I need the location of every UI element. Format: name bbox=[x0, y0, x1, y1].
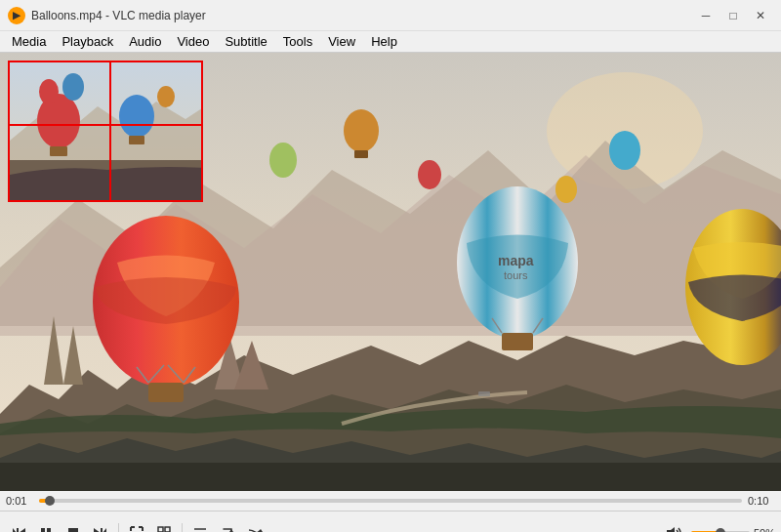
menu-playback[interactable]: Playback bbox=[54, 31, 121, 52]
menu-media[interactable]: Media bbox=[4, 31, 54, 52]
app-icon: ▶ bbox=[8, 7, 25, 24]
stop-icon bbox=[65, 525, 81, 533]
svg-rect-5 bbox=[148, 383, 184, 402]
loop-button[interactable] bbox=[215, 520, 240, 533]
preview-divider-horizontal bbox=[10, 124, 201, 126]
fullscreen-button[interactable] bbox=[124, 520, 149, 533]
separator-2 bbox=[182, 523, 183, 533]
svg-rect-3 bbox=[478, 391, 490, 396]
svg-point-23 bbox=[269, 143, 297, 178]
svg-rect-2 bbox=[0, 463, 781, 491]
svg-point-24 bbox=[418, 160, 441, 189]
video-area[interactable]: mapa tours bbox=[0, 53, 781, 491]
skip-fwd-button[interactable] bbox=[88, 520, 113, 533]
progress-area[interactable]: 0:01 0:10 bbox=[0, 491, 781, 511]
svg-rect-39 bbox=[47, 528, 51, 533]
stop-button[interactable] bbox=[61, 520, 86, 533]
separator-1 bbox=[118, 523, 119, 533]
menu-view[interactable]: View bbox=[320, 31, 363, 52]
menu-tools[interactable]: Tools bbox=[275, 31, 320, 52]
volume-area: 50% bbox=[662, 520, 775, 533]
window-controls: ─ □ ✕ bbox=[693, 6, 773, 25]
svg-rect-13 bbox=[502, 333, 533, 350]
menu-audio[interactable]: Audio bbox=[121, 31, 169, 52]
svg-rect-33 bbox=[50, 146, 67, 156]
svg-text:mapa: mapa bbox=[498, 253, 534, 268]
svg-rect-38 bbox=[41, 528, 45, 533]
loop-icon bbox=[220, 525, 235, 533]
svg-rect-42 bbox=[101, 528, 103, 533]
window-title: Balloons.mp4 - VLC media player bbox=[31, 9, 693, 22]
svg-point-25 bbox=[609, 131, 640, 170]
preview-divider-vertical bbox=[109, 62, 111, 200]
controls-bar: 50% bbox=[0, 511, 781, 532]
svg-text:tours: tours bbox=[504, 269, 528, 281]
svg-rect-44 bbox=[158, 527, 163, 532]
volume-button[interactable] bbox=[662, 520, 687, 533]
pause-icon bbox=[38, 525, 54, 533]
time-total: 0:10 bbox=[748, 495, 775, 507]
shuffle-icon bbox=[247, 525, 263, 533]
svg-rect-34 bbox=[129, 136, 144, 144]
skip-back-icon bbox=[11, 525, 26, 533]
progress-track[interactable] bbox=[39, 499, 742, 503]
close-button[interactable]: ✕ bbox=[748, 6, 773, 25]
skip-back-button[interactable] bbox=[6, 520, 31, 533]
menu-help[interactable]: Help bbox=[363, 31, 405, 52]
svg-marker-55 bbox=[667, 527, 675, 533]
menu-subtitle[interactable]: Subtitle bbox=[217, 31, 274, 52]
svg-point-21 bbox=[344, 109, 379, 152]
svg-point-29 bbox=[119, 95, 154, 138]
playlist-button[interactable] bbox=[187, 520, 213, 533]
svg-point-30 bbox=[39, 79, 59, 104]
svg-rect-40 bbox=[68, 528, 78, 533]
svg-marker-43 bbox=[94, 528, 101, 533]
svg-point-32 bbox=[157, 86, 175, 107]
menubar: Media Playback Audio Video Subtitle Tool… bbox=[0, 31, 781, 53]
svg-point-31 bbox=[62, 73, 84, 101]
svg-point-26 bbox=[555, 176, 577, 203]
volume-icon bbox=[666, 525, 683, 533]
time-current: 0:01 bbox=[6, 495, 33, 507]
svg-rect-22 bbox=[354, 150, 368, 158]
minimize-button[interactable]: ─ bbox=[693, 6, 719, 25]
progress-thumb[interactable] bbox=[45, 496, 55, 506]
svg-marker-37 bbox=[19, 528, 25, 533]
ext-settings-button[interactable] bbox=[151, 520, 177, 533]
titlebar: ▶ Balloons.mp4 - VLC media player ─ □ ✕ bbox=[0, 0, 781, 31]
svg-marker-35 bbox=[13, 528, 17, 533]
fullscreen-icon bbox=[129, 525, 144, 533]
maximize-button[interactable]: □ bbox=[720, 6, 746, 25]
pause-button[interactable] bbox=[33, 520, 59, 533]
skip-fwd-icon bbox=[93, 525, 108, 533]
svg-marker-41 bbox=[103, 528, 106, 533]
volume-label: 50% bbox=[754, 527, 775, 533]
ext-settings-icon bbox=[156, 525, 172, 533]
svg-rect-45 bbox=[165, 527, 170, 532]
shuffle-button[interactable] bbox=[242, 520, 267, 533]
volume-thumb[interactable] bbox=[716, 528, 725, 533]
preview-scene bbox=[10, 62, 203, 202]
preview-thumbnail bbox=[8, 61, 203, 202]
svg-rect-36 bbox=[17, 528, 19, 533]
playlist-icon bbox=[192, 525, 208, 533]
menu-video[interactable]: Video bbox=[169, 31, 217, 52]
